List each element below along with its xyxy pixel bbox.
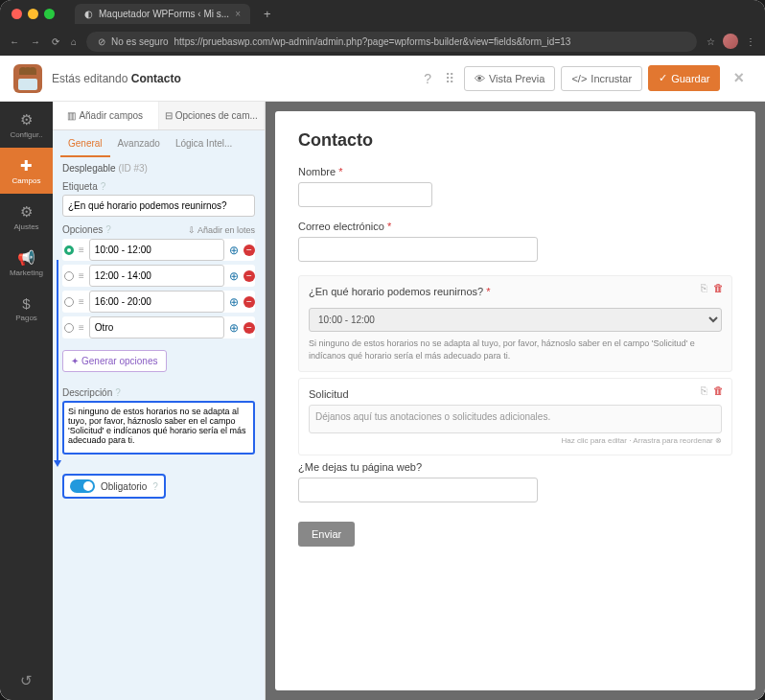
option-input[interactable] xyxy=(89,291,224,313)
generate-options-button[interactable]: ✦Generar opciones xyxy=(62,350,167,372)
nav-back-icon[interactable]: ← xyxy=(10,36,19,47)
tab-field-options[interactable]: ⊟Opciones de cam... xyxy=(159,102,266,129)
delete-icon[interactable]: 🗑 xyxy=(713,385,724,396)
window-zoom[interactable] xyxy=(44,9,55,19)
drag-icon[interactable]: ≡ xyxy=(79,322,84,333)
option-input[interactable] xyxy=(89,265,224,287)
save-button[interactable]: ✓Guardar xyxy=(648,65,720,91)
help-icon[interactable]: ? xyxy=(105,224,111,235)
add-option-icon[interactable]: ⊕ xyxy=(229,321,239,335)
preview-field-web[interactable]: ¿Me dejas tu página web? xyxy=(298,461,732,502)
drag-icon[interactable]: ≡ xyxy=(79,270,84,281)
form-title[interactable]: Contacto xyxy=(298,130,732,151)
delete-icon[interactable]: 🗑 xyxy=(713,282,724,293)
sidebar-item-setup[interactable]: ⚙Configur.. xyxy=(0,102,53,148)
required-toggle[interactable] xyxy=(70,479,95,493)
drag-icon[interactable]: ≡ xyxy=(79,296,84,307)
preview-field-schedule[interactable]: ⎘🗑 ¿En qué horario podemos reunirnos? * … xyxy=(298,275,732,372)
add-option-icon[interactable]: ⊕ xyxy=(229,269,239,283)
grid-icon[interactable]: ⠿ xyxy=(441,67,458,90)
duplicate-icon[interactable]: ⎘ xyxy=(701,385,707,396)
name-label: Nombre * xyxy=(298,166,732,177)
add-option-icon[interactable]: ⊕ xyxy=(229,295,239,309)
label-input[interactable] xyxy=(62,195,255,217)
web-label: ¿Me dejas tu página web? xyxy=(298,461,732,473)
required-toggle-row[interactable]: Obligatorio ? xyxy=(62,474,166,499)
options-label: Opciones? xyxy=(62,224,111,235)
request-textarea[interactable]: Déjanos aquí tus anotaciones o solicitud… xyxy=(309,405,722,433)
profile-avatar[interactable] xyxy=(723,34,738,49)
remove-option-icon[interactable]: − xyxy=(243,245,255,256)
email-input[interactable] xyxy=(298,237,538,262)
sidebar-item-marketing[interactable]: 📢Marketing xyxy=(0,240,53,286)
bookmark-icon[interactable]: ☆ xyxy=(707,36,715,47)
preview-field-request[interactable]: ⎘🗑 Solicitud Déjanos aquí tus anotacione… xyxy=(298,378,732,455)
label-label: Etiqueta? xyxy=(62,181,255,192)
browser-menu-icon[interactable]: ⋮ xyxy=(746,36,755,47)
dismiss-icon[interactable]: ⊗ xyxy=(715,436,722,445)
url-input[interactable]: ⊘ No es seguro https://pruebaswp.com/wp-… xyxy=(86,32,697,52)
sparkle-icon: ✦ xyxy=(71,356,79,366)
tab-title: Maquetador WPForms ‹ Mi s... xyxy=(99,9,229,19)
remove-option-icon[interactable]: − xyxy=(243,322,255,334)
new-tab-button[interactable]: + xyxy=(264,7,271,21)
subtab-advanced[interactable]: Avanzado xyxy=(110,130,168,157)
option-input[interactable] xyxy=(89,316,224,338)
sidebar-item-payments[interactable]: $Pagos xyxy=(0,286,53,332)
browser-tab[interactable]: ◐ Maquetador WPForms ‹ Mi s... × xyxy=(75,4,250,24)
option-default-radio[interactable] xyxy=(64,271,74,281)
preview-field-email[interactable]: Correo electrónico * xyxy=(298,221,732,262)
description-textarea[interactable]: Si ninguno de estos horarios no se adapt… xyxy=(62,401,255,455)
remove-option-icon[interactable]: − xyxy=(243,270,255,282)
bulk-add-button[interactable]: ⇩Añadir en lotes xyxy=(188,225,255,235)
name-input[interactable] xyxy=(298,182,432,207)
clipboard-icon: ▥ xyxy=(67,110,76,121)
browser-toolbar: ← → ⟳ ⌂ ⊘ No es seguro https://pruebaswp… xyxy=(0,27,765,56)
drag-icon[interactable]: ≡ xyxy=(79,245,84,255)
sidebar-item-settings[interactable]: ⚙Ajustes xyxy=(0,194,53,240)
option-default-radio[interactable] xyxy=(64,323,74,333)
editing-text: Estás editando Contacto xyxy=(52,72,181,85)
duplicate-icon[interactable]: ⎘ xyxy=(701,282,707,293)
nav-reload-icon[interactable]: ⟳ xyxy=(52,36,59,47)
window-minimize[interactable] xyxy=(28,9,38,19)
wpforms-logo[interactable] xyxy=(13,64,42,93)
schedule-select[interactable]: 10:00 - 12:00 xyxy=(309,308,722,332)
preview-button[interactable]: 👁Vista Previa xyxy=(464,66,556,91)
option-input[interactable] xyxy=(89,239,224,261)
help-icon[interactable]: ? xyxy=(420,67,435,90)
url-text: https://pruebaswp.com/wp-admin/admin.php… xyxy=(174,36,571,47)
tab-close-icon[interactable]: × xyxy=(235,9,241,19)
mac-titlebar: ◐ Maquetador WPForms ‹ Mi s... × + xyxy=(0,0,765,27)
sliders-icon: ⚙ xyxy=(20,203,33,221)
help-icon[interactable]: ? xyxy=(152,481,158,492)
add-option-icon[interactable]: ⊕ xyxy=(229,244,239,257)
window-close[interactable] xyxy=(12,9,22,19)
option-default-radio[interactable] xyxy=(64,297,74,307)
nav-forward-icon[interactable]: → xyxy=(31,36,40,47)
editing-prefix: Estás editando xyxy=(52,72,131,85)
form-preview: Contacto Nombre * Correo electrónico * ⎘… xyxy=(266,102,765,700)
option-row: ≡⊕− xyxy=(62,291,255,313)
web-input[interactable] xyxy=(298,478,538,502)
nav-sidebar: ⚙Configur.. ✚Campos ⚙Ajustes 📢Marketing … xyxy=(0,102,53,700)
option-default-radio[interactable] xyxy=(64,245,74,255)
request-label: Solicitud xyxy=(309,388,722,400)
form-name: Contacto xyxy=(131,72,181,85)
history-button[interactable]: ↺ xyxy=(0,662,53,700)
help-icon[interactable]: ? xyxy=(101,181,106,192)
subtab-logic[interactable]: Lógica Intel... xyxy=(168,130,240,157)
close-builder-icon[interactable]: × xyxy=(726,64,752,92)
sidebar-item-fields[interactable]: ✚Campos xyxy=(0,148,53,194)
nav-home-icon[interactable]: ⌂ xyxy=(71,36,77,47)
preview-field-name[interactable]: Nombre * xyxy=(298,166,732,207)
tab-add-fields[interactable]: ▥Añadir campos xyxy=(53,102,159,129)
subtab-general[interactable]: General xyxy=(60,130,110,157)
tab-favicon: ◐ xyxy=(84,9,93,19)
embed-button[interactable]: </>Incrustar xyxy=(561,66,642,91)
field-type-title: Desplegable (ID #3) xyxy=(62,163,255,174)
remove-option-icon[interactable]: − xyxy=(243,296,255,308)
schedule-description: Si ninguno de estos horarios no se adapt… xyxy=(309,338,722,362)
submit-button[interactable]: Enviar xyxy=(298,522,355,547)
help-icon[interactable]: ? xyxy=(115,387,121,398)
